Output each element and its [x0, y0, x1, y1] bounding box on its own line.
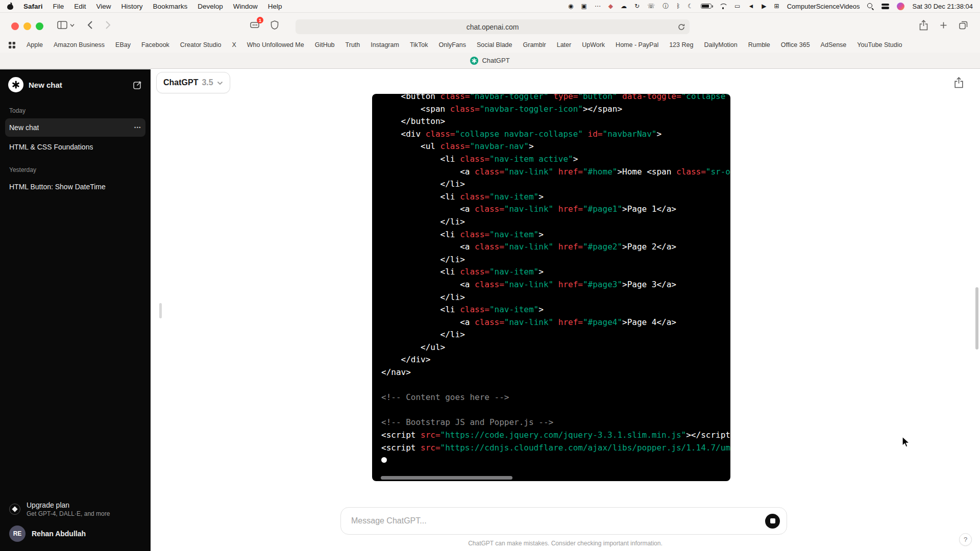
- code-token: <a: [381, 242, 475, 252]
- screen-record-icon[interactable]: ◉: [568, 3, 573, 9]
- share-chat-icon[interactable]: [951, 76, 966, 90]
- message-input[interactable]: Message ChatGPT...: [340, 507, 787, 535]
- chat-history-item[interactable]: HTML & CSS Foundations: [5, 138, 145, 156]
- favorite-tiktok[interactable]: TikTok: [410, 41, 428, 48]
- favorite-gramblr[interactable]: Gramblr: [523, 41, 546, 48]
- favorite-youtube-studio[interactable]: YouTube Studio: [857, 41, 902, 48]
- refresh-icon[interactable]: [678, 23, 685, 31]
- menubar-clock[interactable]: Sat 30 Dec 21:38:04: [912, 3, 973, 10]
- menu-bookmarks[interactable]: Bookmarks: [153, 3, 188, 10]
- chat-options-icon[interactable]: •••: [134, 125, 141, 130]
- code-token: [553, 242, 558, 252]
- minimize-window-button[interactable]: [23, 22, 31, 30]
- cloud-icon[interactable]: ☁: [621, 3, 627, 9]
- code-horizontal-scrollbar[interactable]: [381, 476, 512, 480]
- wifi-icon[interactable]: [719, 4, 727, 9]
- favorites-grid-icon[interactable]: [8, 41, 16, 49]
- user-menu[interactable]: RE Rehan Abdullah: [5, 521, 145, 546]
- active-app-name[interactable]: Safari: [23, 3, 43, 10]
- favorite-facebook[interactable]: Facebook: [141, 41, 169, 48]
- close-window-button[interactable]: [11, 22, 19, 30]
- model-switcher[interactable]: ChatGPT 3.5: [156, 72, 230, 93]
- favorite-later[interactable]: Later: [557, 41, 572, 48]
- favorite-home-paypal[interactable]: Home - PayPal: [616, 41, 658, 48]
- new-chat-button[interactable]: New chat: [5, 74, 145, 95]
- chat-history-item[interactable]: New chat•••: [5, 118, 145, 137]
- favorite-who-unfollowed-me[interactable]: Who Unfollowed Me: [247, 41, 304, 48]
- battery-icon[interactable]: [701, 4, 712, 9]
- code-token: class=: [460, 154, 489, 164]
- menu-edit[interactable]: Edit: [74, 3, 86, 10]
- favorite-onlyfans[interactable]: OnlyFans: [439, 41, 467, 48]
- code-token: "nav-link": [504, 167, 553, 177]
- tab-overview-icon[interactable]: [959, 21, 968, 30]
- sidebar-resize-handle[interactable]: [159, 303, 162, 318]
- favorite-dailymotion[interactable]: DailyMotion: [704, 41, 737, 48]
- menubar-user-avatar[interactable]: [897, 3, 904, 10]
- stop-generating-button[interactable]: [765, 514, 780, 529]
- chat-history-item[interactable]: HTML Button: Show DateTime: [5, 178, 145, 196]
- code-token: [553, 280, 558, 289]
- phone-icon[interactable]: ☏: [647, 3, 655, 9]
- shield-extension-icon[interactable]: [271, 20, 279, 30]
- window-controls: [11, 22, 43, 30]
- favorite-upwork[interactable]: UpWork: [582, 41, 605, 48]
- page-scrollbar[interactable]: [975, 287, 978, 349]
- favorite-github[interactable]: GitHub: [315, 41, 335, 48]
- address-bar[interactable]: chat.openai.com: [296, 19, 690, 34]
- extension-icon[interactable]: 1: [250, 20, 259, 30]
- favorite-truth[interactable]: Truth: [346, 41, 360, 48]
- share-icon[interactable]: [919, 20, 928, 31]
- code-token: type=: [553, 94, 578, 101]
- favorite-amazon-business[interactable]: Amazon Business: [54, 41, 105, 48]
- menu-file[interactable]: File: [53, 3, 64, 10]
- help-button[interactable]: ?: [959, 533, 972, 546]
- favorite-adsense[interactable]: AdSense: [821, 41, 847, 48]
- bluetooth-icon[interactable]: ᛒ: [676, 3, 680, 9]
- code-token: >Page 1</a>: [622, 204, 676, 214]
- code-token: href=: [558, 204, 583, 214]
- menu-history[interactable]: History: [121, 3, 143, 10]
- favorite-office-365[interactable]: Office 365: [781, 41, 810, 48]
- sidebar-toggle-icon[interactable]: [57, 21, 75, 29]
- menu-help[interactable]: Help: [268, 3, 282, 10]
- info-icon[interactable]: ⓘ: [663, 3, 669, 9]
- apple-menu-icon[interactable]: [7, 3, 13, 10]
- code-token: class=: [426, 129, 455, 139]
- window-tiles-icon[interactable]: ⊞: [774, 3, 779, 9]
- forward-button[interactable]: [105, 20, 111, 30]
- favorite-rumble[interactable]: Rumble: [748, 41, 770, 48]
- favorite-123-reg[interactable]: 123 Reg: [669, 41, 693, 48]
- volume-icon[interactable]: ◄: [748, 3, 754, 9]
- compose-icon[interactable]: [133, 80, 142, 90]
- focus-moon-icon[interactable]: ☾: [688, 3, 693, 9]
- menubar-account-name[interactable]: ComputerScienceVideos: [787, 3, 860, 10]
- back-button[interactable]: [87, 20, 93, 30]
- favorite-ebay[interactable]: EBay: [115, 41, 131, 48]
- display-icon[interactable]: ▭: [734, 3, 740, 9]
- more-options-icon[interactable]: ⋯: [595, 3, 601, 9]
- spotlight-search-icon[interactable]: [867, 3, 874, 10]
- menu-view[interactable]: View: [96, 3, 111, 10]
- code-token: ></span>: [583, 104, 622, 114]
- video-camera-icon[interactable]: ▣: [581, 3, 586, 9]
- code-token: class=: [450, 104, 480, 114]
- code-line: [381, 454, 730, 467]
- zoom-window-button[interactable]: [36, 22, 43, 30]
- tab-chatgpt[interactable]: ChatGPT: [482, 57, 509, 64]
- favorite-apple[interactable]: Apple: [27, 41, 43, 48]
- control-center-icon[interactable]: [881, 4, 889, 9]
- colorful-app-icon[interactable]: ◆: [608, 3, 613, 9]
- favorite-creator-studio[interactable]: Creator Studio: [180, 41, 222, 48]
- upgrade-plan-button[interactable]: Upgrade plan Get GPT-4, DALL·E, and more: [5, 497, 145, 521]
- menu-window[interactable]: Window: [233, 3, 258, 10]
- history-icon[interactable]: ↻: [634, 3, 640, 9]
- menu-develop[interactable]: Develop: [198, 3, 223, 10]
- favorite-x[interactable]: X: [232, 41, 236, 48]
- composer-placeholder: Message ChatGPT...: [351, 516, 427, 525]
- favorite-instagram[interactable]: Instagram: [371, 41, 399, 48]
- playback-icon[interactable]: ▶: [762, 3, 766, 9]
- new-tab-icon[interactable]: [940, 21, 947, 29]
- chatgpt-sidebar: New chat TodayNew chat•••HTML & CSS Foun…: [0, 69, 151, 551]
- favorite-social-blade[interactable]: Social Blade: [477, 41, 512, 48]
